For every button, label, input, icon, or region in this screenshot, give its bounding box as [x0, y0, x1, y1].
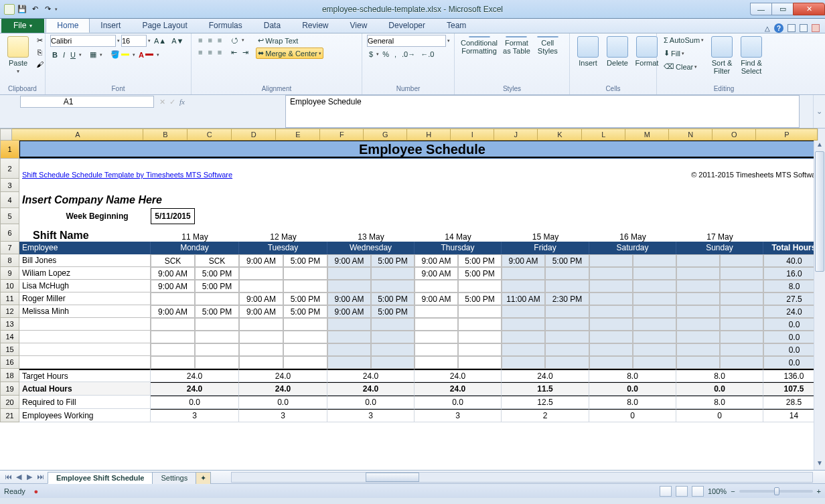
- cell[interactable]: [415, 318, 458, 331]
- ribbon-minimize-icon[interactable]: △: [765, 25, 770, 32]
- grid[interactable]: Employee ScheduleShift Schedule Schedule…: [19, 141, 814, 470]
- summary-value[interactable]: 0.0: [676, 382, 763, 396]
- date-header[interactable]: 13 May: [327, 224, 415, 242]
- underline-button[interactable]: U: [68, 50, 78, 60]
- total-hours-cell[interactable]: 8.0: [763, 280, 814, 292]
- summary-value[interactable]: 0.0: [327, 396, 415, 409]
- summary-value[interactable]: 24.0: [239, 382, 327, 396]
- summary-value[interactable]: 24.0: [327, 369, 415, 382]
- cell[interactable]: 9:00 AM: [415, 254, 458, 267]
- cell[interactable]: [676, 254, 720, 267]
- cell[interactable]: 5:00 PM: [195, 305, 239, 318]
- date-header[interactable]: 11 May: [151, 224, 239, 242]
- row-header-1[interactable]: 1: [0, 141, 19, 159]
- employee-name[interactable]: [19, 331, 151, 343]
- cell[interactable]: [633, 343, 676, 356]
- col-header-G[interactable]: G: [364, 129, 407, 141]
- cell[interactable]: [545, 267, 589, 280]
- cell[interactable]: [633, 267, 676, 280]
- cut-icon[interactable]: ✂: [34, 35, 45, 46]
- align-right-icon[interactable]: ≡: [216, 47, 224, 58]
- tab-developer[interactable]: Developer: [378, 18, 436, 33]
- cell[interactable]: [502, 331, 545, 343]
- col-header-E[interactable]: E: [276, 129, 320, 141]
- cell[interactable]: [545, 280, 589, 292]
- align-bottom-icon[interactable]: ≡: [216, 35, 224, 46]
- cell[interactable]: [676, 343, 720, 356]
- cell[interactable]: [415, 280, 458, 292]
- row-header-8[interactable]: 8: [0, 254, 19, 267]
- summary-value[interactable]: 24.0: [327, 382, 415, 396]
- page-break-view-icon[interactable]: [692, 486, 704, 497]
- row-header-6[interactable]: 6: [0, 224, 19, 242]
- summary-value[interactable]: 24.0: [415, 382, 502, 396]
- summary-value[interactable]: 8.0: [589, 369, 676, 382]
- increase-indent-icon[interactable]: ⇥: [240, 47, 250, 58]
- cell[interactable]: [239, 280, 283, 292]
- col-header-B[interactable]: B: [143, 129, 188, 141]
- decrease-indent-icon[interactable]: ⇤: [229, 47, 239, 58]
- insert-cells-button[interactable]: Insert: [575, 35, 601, 68]
- cell[interactable]: [589, 331, 633, 343]
- date-header[interactable]: 16 May: [589, 224, 676, 242]
- cell[interactable]: 11:00 AM: [502, 292, 545, 305]
- sort-filter-button[interactable]: Sort & Filter: [708, 35, 735, 76]
- date-header[interactable]: 17 May: [676, 224, 763, 242]
- percent-icon[interactable]: %: [380, 49, 391, 60]
- cell[interactable]: [545, 305, 589, 318]
- col-header-I[interactable]: I: [451, 129, 494, 141]
- employee-name[interactable]: [19, 356, 151, 369]
- cell[interactable]: [327, 343, 371, 356]
- zoom-slider[interactable]: [739, 490, 813, 493]
- employee-name[interactable]: Bill Jones: [19, 254, 151, 267]
- summary-value[interactable]: 12.5: [502, 396, 589, 409]
- cell[interactable]: 9:00 AM: [151, 267, 195, 280]
- cell[interactable]: [371, 280, 415, 292]
- cell[interactable]: [239, 331, 283, 343]
- cell[interactable]: [633, 305, 676, 318]
- cell[interactable]: 9:00 AM: [239, 305, 283, 318]
- cell[interactable]: [195, 318, 239, 331]
- total-hours-cell[interactable]: 40.0: [763, 254, 814, 267]
- increase-decimal-icon[interactable]: .0→: [400, 49, 417, 60]
- row-header-3[interactable]: 3: [0, 179, 19, 192]
- cell[interactable]: [283, 280, 327, 292]
- cell[interactable]: [327, 280, 371, 292]
- help-icon[interactable]: ?: [774, 23, 783, 33]
- col-header-J[interactable]: J: [494, 129, 538, 141]
- cell[interactable]: [239, 343, 283, 356]
- cell[interactable]: 5:00 PM: [371, 292, 415, 305]
- autosum-button[interactable]: Σ AutoSum ▾: [662, 35, 706, 46]
- tab-team[interactable]: Team: [436, 18, 477, 33]
- border-button[interactable]: ▦: [88, 49, 98, 60]
- fx-icon[interactable]: fx: [179, 98, 185, 106]
- cell[interactable]: 9:00 AM: [327, 254, 371, 267]
- cell[interactable]: [239, 318, 283, 331]
- summary-label[interactable]: Required to Fill: [19, 396, 151, 409]
- mdi-restore-icon[interactable]: [800, 24, 808, 32]
- row-header-9[interactable]: 9: [0, 267, 19, 280]
- cell[interactable]: [502, 343, 545, 356]
- cell[interactable]: 9:00 AM: [415, 292, 458, 305]
- cell[interactable]: [589, 356, 633, 369]
- col-header-P[interactable]: P: [756, 129, 818, 141]
- zoom-out-icon[interactable]: −: [731, 487, 735, 495]
- title-cell[interactable]: Employee Schedule: [19, 141, 814, 159]
- shrink-font-icon[interactable]: A▼: [169, 35, 185, 46]
- italic-button[interactable]: I: [61, 50, 67, 60]
- cell[interactable]: [676, 356, 720, 369]
- cell-styles-button[interactable]: Cell Styles: [534, 35, 561, 56]
- cell[interactable]: [195, 356, 239, 369]
- merge-center-button[interactable]: ⬌ Merge & Center ▾: [256, 48, 323, 59]
- cell[interactable]: [415, 305, 458, 318]
- week-begin-date[interactable]: 5/11/2015: [151, 208, 195, 224]
- summary-total[interactable]: 136.0: [763, 369, 814, 382]
- cell[interactable]: [415, 343, 458, 356]
- cell[interactable]: 5:00 PM: [371, 254, 415, 267]
- total-hours-cell[interactable]: 16.0: [763, 267, 814, 280]
- currency-icon[interactable]: $: [367, 49, 375, 60]
- decrease-decimal-icon[interactable]: ←.0: [419, 49, 436, 60]
- cell[interactable]: [720, 254, 763, 267]
- cell[interactable]: [195, 292, 239, 305]
- copy-icon[interactable]: ⎘: [34, 47, 45, 58]
